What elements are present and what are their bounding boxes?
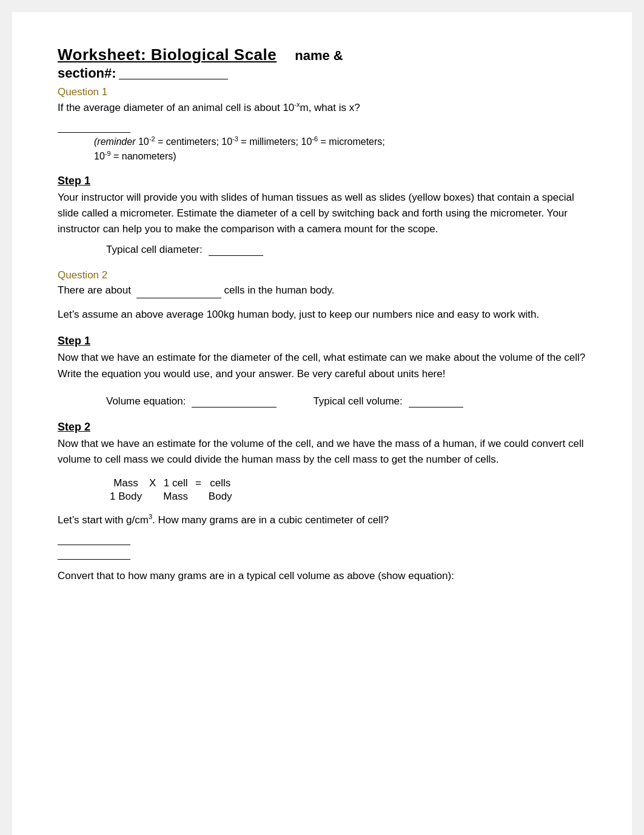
question2-block: Question 2 There are about cells in the … (58, 269, 586, 298)
mass-row1-col5: cells (205, 477, 236, 490)
step1-label: Step 1 (58, 175, 586, 187)
mass-row-1: Mass X 1 cell = cells (106, 477, 236, 490)
mass-body-table: Mass X 1 cell = cells 1 Body Mass Body (106, 477, 236, 503)
gcm3-block: Let’s start with g/cm3. How many grams a… (58, 512, 586, 528)
q2-cells-field[interactable] (136, 287, 221, 298)
q2-body-text: Let’s assume an above average 100kg huma… (58, 307, 586, 323)
header: Worksheet: Biological Scale name & (58, 45, 586, 64)
step1-block: Step 1 Your instructor will provide you … (58, 175, 586, 238)
mass-row2-col5: Body (205, 490, 236, 503)
typical-cell-diameter-row: Typical cell diameter: (106, 244, 586, 256)
worksheet-title: Worksheet: Biological Scale (58, 45, 277, 64)
gcm3-answer-line-2[interactable] (58, 548, 130, 560)
mass-row2-col4 (192, 490, 205, 503)
typical-cell-field[interactable] (209, 245, 263, 256)
question2-text: There are about cells in the human body. (58, 283, 586, 298)
mass-row1-col4: = (192, 477, 205, 490)
typical-cell-volume-group: Typical cell volume: (313, 395, 463, 407)
step1-q2-block: Step 1 Now that we have an estimate for … (58, 335, 586, 382)
volume-equation-label: Volume equation: (106, 395, 186, 407)
step2-label: Step 2 (58, 421, 586, 434)
typical-cell-diameter-group: Typical cell diameter: (106, 244, 263, 256)
gcm3-text: Let’s start with g/cm3. How many grams a… (58, 512, 586, 528)
mass-row1-col2: X (146, 477, 159, 490)
question1-block: Question 1 If the average diameter of an… (58, 86, 586, 163)
section-field[interactable] (119, 67, 228, 79)
convert-text: Convert that to how many grams are in a … (58, 568, 586, 584)
step2-block: Step 2 Now that we have an estimate for … (58, 421, 586, 468)
typical-cell-volume-label: Typical cell volume: (313, 395, 402, 407)
section-line: section#: (58, 65, 586, 81)
volume-equation-field[interactable] (192, 397, 277, 407)
q1-answer-line[interactable] (58, 121, 130, 133)
question1-label: Question 1 (58, 86, 586, 98)
q2-body-block: Let’s assume an above average 100kg huma… (58, 307, 586, 323)
reminder-block: (reminder 10-2 = centimeters; 10-3 = mil… (94, 135, 586, 147)
question1-text: If the average diameter of an animal cel… (58, 99, 586, 116)
mass-row1-col3: 1 cell (159, 477, 192, 490)
mass-row-2: 1 Body Mass Body (106, 490, 236, 503)
step2-text: Now that we have an estimate for the vol… (58, 436, 586, 468)
section-label: section#: (58, 65, 116, 81)
mass-row1-col1: Mass (106, 477, 146, 490)
step1-q2-text: Now that we have an estimate for the dia… (58, 350, 586, 382)
volume-equation-group: Volume equation: (106, 395, 277, 407)
gcm3-answer-line[interactable] (58, 533, 130, 545)
convert-block: Convert that to how many grams are in a … (58, 568, 586, 584)
step1-q2-label: Step 1 (58, 335, 586, 347)
name-section-label: name & (295, 48, 343, 64)
mass-row2-col2 (146, 490, 159, 503)
mass-row2-col1: 1 Body (106, 490, 146, 503)
reminder-block-2: 10-9 = nanometers) (94, 150, 586, 162)
typical-cell-label: Typical cell diameter: (106, 244, 203, 256)
worksheet-page: Worksheet: Biological Scale name & secti… (12, 12, 632, 835)
question2-label: Question 2 (58, 269, 586, 281)
volume-answer-row: Volume equation: Typical cell volume: (106, 395, 586, 407)
mass-row2-col3: Mass (159, 490, 192, 503)
typical-cell-volume-field[interactable] (409, 397, 463, 407)
step1-text: Your instructor will provide you with sl… (58, 190, 586, 238)
